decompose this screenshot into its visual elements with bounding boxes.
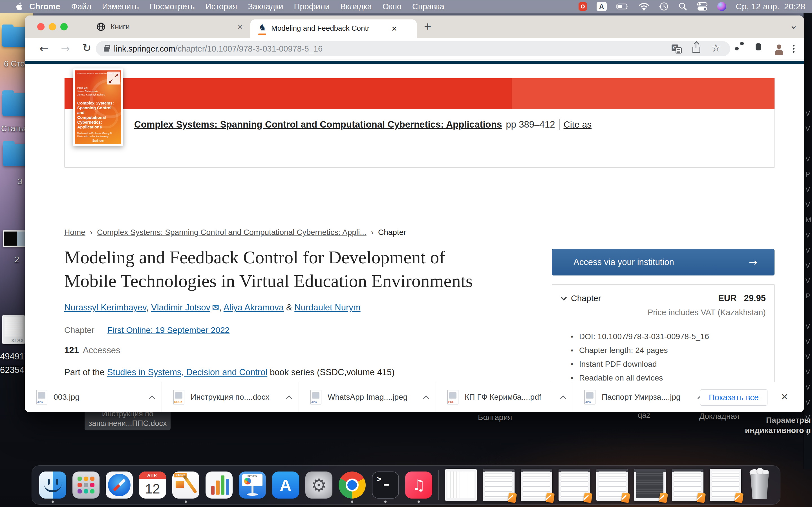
desktop-file-label[interactable]: Параметры <box>766 416 811 425</box>
menu-file[interactable]: Файл <box>71 2 91 11</box>
breadcrumb-home[interactable]: Home <box>64 228 86 237</box>
menu-bar-clock[interactable]: Ср, 12 апр. 20:28 <box>736 2 805 11</box>
dock-minimized-document[interactable] <box>596 469 628 501</box>
menu-edit[interactable]: Изменить <box>102 2 139 11</box>
dock-terminal[interactable]: > <box>372 471 399 499</box>
jpg-file-icon: JPG <box>584 390 596 404</box>
cite-as-link[interactable]: Cite as <box>564 119 592 130</box>
chevron-up-icon[interactable] <box>149 395 155 401</box>
dock-pages[interactable]: PAGES <box>172 471 199 499</box>
chevron-up-icon[interactable] <box>560 395 566 401</box>
recording-indicator-icon[interactable] <box>578 2 587 11</box>
download-item[interactable]: JPG Паспорт Умирза....jpg <box>573 382 710 412</box>
dock-finder[interactable] <box>39 471 66 499</box>
dock-launchpad[interactable] <box>72 471 100 499</box>
close-icon[interactable]: ✕ <box>237 23 243 31</box>
dock-minimized-document[interactable] <box>672 469 703 501</box>
side-panel-icon[interactable] <box>756 45 761 50</box>
dock-minimized-document[interactable] <box>710 469 741 501</box>
control-center-icon[interactable] <box>697 2 708 11</box>
tab-active-chapter[interactable]: ♞ Modeling and Feedback Contr ✕ <box>250 19 417 38</box>
menu-bookmarks[interactable]: Закладки <box>248 2 283 11</box>
dock-safari[interactable] <box>106 471 133 499</box>
accesses-count: 121 <box>64 345 79 355</box>
browser-menu-dots-icon[interactable] <box>793 45 795 53</box>
window-zoom-button[interactable] <box>60 23 68 31</box>
new-tab-button[interactable]: + <box>424 19 432 34</box>
breadcrumb-book[interactable]: Complex Systems: Spanning Control and Co… <box>97 228 366 237</box>
book-title-link[interactable]: Complex Systems: Spanning Control and Co… <box>134 119 502 130</box>
tab-search-button[interactable]: ⌄ <box>790 19 798 31</box>
download-item[interactable]: JPG WhatsApp Imag....jpeg <box>299 382 436 412</box>
dock-app-store[interactable]: A <box>272 471 299 499</box>
author-link[interactable]: Nurdaulet Nurym <box>294 302 360 313</box>
address-bar[interactable]: link.springer.com/chapter/10.1007/978-3-… <box>96 41 730 56</box>
dock-numbers[interactable] <box>206 471 233 499</box>
author-link[interactable]: Aliya Akramova <box>223 302 284 313</box>
download-file-name: Паспорт Умирза....jpg <box>602 393 680 402</box>
first-online-link[interactable]: First Online: 19 September 2022 <box>107 325 230 335</box>
desktop-image-label[interactable]: 2 <box>15 255 19 264</box>
dock-minimized-document[interactable] <box>559 469 590 501</box>
author-link[interactable]: Vladimir Jotsov <box>151 302 210 313</box>
forward-button[interactable]: → <box>61 43 70 54</box>
author-link[interactable]: Nurassyl Kerimbayev <box>64 302 146 313</box>
chevron-up-icon[interactable] <box>286 395 292 401</box>
dock-chrome[interactable] <box>339 471 366 499</box>
menu-profiles[interactable]: Профили <box>294 2 329 11</box>
dock-calendar[interactable]: АПР. 12 <box>139 471 166 499</box>
reload-button[interactable]: ↻ <box>82 43 91 53</box>
dock-minimized-document[interactable] <box>483 469 515 501</box>
tab-books[interactable]: Книги ✕ <box>93 15 248 38</box>
dock-minimized-document[interactable] <box>521 469 552 501</box>
desktop-folder-label[interactable]: Статья <box>1 124 28 133</box>
download-item[interactable]: DOCX Инструкция по....docx <box>162 382 299 412</box>
desktop-folder-label[interactable]: З <box>17 177 22 186</box>
window-close-button[interactable] <box>37 23 45 31</box>
translate-icon[interactable]: G <box>672 44 682 54</box>
dock-minimized-document[interactable] <box>634 469 666 501</box>
book-cover[interactable]: Studies in Systems, Decision and Control… <box>73 68 123 146</box>
dock-keynote[interactable]: KEYNOTE <box>239 471 266 499</box>
series-link[interactable]: Studies in Systems, Decision and Control <box>107 367 267 377</box>
time-machine-icon[interactable] <box>659 2 669 11</box>
expand-cover-icon[interactable]: ↗ ↙ <box>107 71 120 84</box>
email-icon[interactable]: ✉ <box>210 302 219 313</box>
input-source-indicator[interactable]: A <box>597 2 607 11</box>
close-icon[interactable]: ✕ <box>391 25 397 33</box>
window-minimize-button[interactable] <box>49 23 56 31</box>
dock-minimized-document[interactable] <box>445 469 477 501</box>
menu-window[interactable]: Окно <box>383 2 402 11</box>
apple-menu-icon[interactable] <box>15 2 24 11</box>
menu-app-name[interactable]: Chrome <box>29 2 60 11</box>
battery-icon[interactable] <box>616 3 629 10</box>
downloads-close-icon[interactable]: ✕ <box>781 392 788 402</box>
dock-music[interactable]: ♫ <box>405 471 432 499</box>
download-item[interactable]: PDF КП ГФ Керимба....pdf <box>436 382 573 412</box>
menu-tab[interactable]: Вкладка <box>340 2 372 11</box>
download-item[interactable]: JPG 003.jpg <box>25 382 162 412</box>
chevron-up-icon[interactable] <box>423 395 429 401</box>
menu-view[interactable]: Посмотреть <box>150 2 195 11</box>
share-icon[interactable] <box>693 47 700 53</box>
wifi-icon[interactable] <box>638 2 650 11</box>
desktop-xlsx-file-icon[interactable]: XLSX <box>2 315 25 344</box>
menu-help[interactable]: Справка <box>412 2 444 11</box>
spotlight-search-icon[interactable] <box>678 2 688 11</box>
browser-toolbar: ← → ↻ link.springer.com/chapter/10.1007/… <box>25 38 804 59</box>
menu-history[interactable]: История <box>206 2 237 11</box>
desktop-file-label[interactable]: Докладная <box>699 412 739 421</box>
dock-system-preferences[interactable]: ⚙ <box>305 471 333 499</box>
url-text[interactable]: link.springer.com/chapter/10.1007/978-3-… <box>114 44 322 54</box>
dock-trash[interactable] <box>748 470 772 500</box>
purchase-chapter-label[interactable]: Chapter <box>571 293 601 303</box>
desktop-file-label[interactable]: Болгария <box>478 413 512 422</box>
back-button[interactable]: ← <box>40 43 49 54</box>
desktop-xlsx-label[interactable]: 62354 <box>0 365 24 375</box>
show-all-downloads-button[interactable]: Показать все <box>700 389 767 406</box>
bookmark-star-icon[interactable]: ☆ <box>711 42 721 54</box>
chevron-down-icon[interactable] <box>561 294 567 300</box>
access-institution-button[interactable]: Access via your institution → <box>552 249 774 276</box>
siri-icon[interactable] <box>717 2 726 11</box>
desktop-file-label[interactable]: индикативного п <box>745 426 811 435</box>
